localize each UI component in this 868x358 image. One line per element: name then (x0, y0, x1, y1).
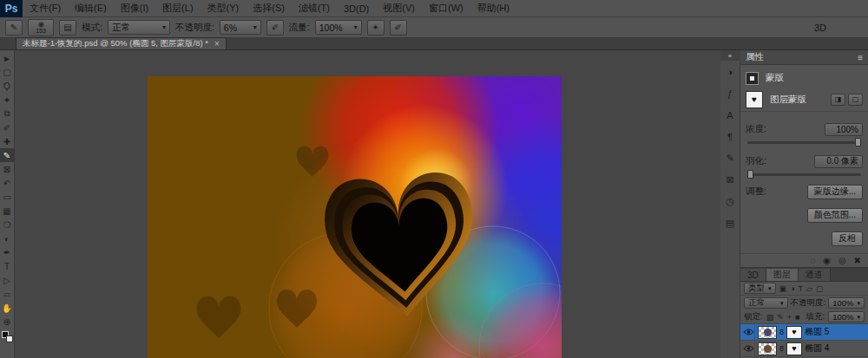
lock-transparency-icon[interactable]: ▨ (766, 313, 774, 322)
healing-brush-tool[interactable]: ✚ (0, 134, 15, 148)
dodge-tool[interactable]: ◐ (0, 231, 15, 245)
flow-select[interactable]: 100% ▾ (315, 20, 362, 35)
tab-3d[interactable]: 3D (740, 269, 766, 281)
add-vector-mask-icon[interactable]: ▢ (848, 94, 863, 106)
add-pixel-mask-icon[interactable]: ◨ (831, 94, 845, 106)
crop-tool[interactable]: ⧉ (0, 107, 15, 120)
layer-row-ellipse-4[interactable]: 8 ♥ 椭圆 4 (740, 341, 868, 357)
background-color-swatch[interactable] (6, 335, 13, 342)
lock-pixels-icon[interactable]: ✎ (777, 313, 784, 322)
brush-preset-picker[interactable]: 153 (28, 19, 54, 36)
marquee-tool[interactable]: ▢ (0, 65, 15, 79)
blend-mode-select[interactable]: 正常 ▾ (108, 20, 170, 35)
pressure-opacity-icon[interactable]: ✐ (266, 20, 284, 36)
opacity-select[interactable]: 6% ▾ (220, 20, 261, 35)
brush-tool[interactable]: ✎ (0, 148, 15, 162)
apply-mask-icon[interactable]: ◉ (823, 256, 831, 265)
menu-view[interactable]: 视图(V) (376, 2, 422, 15)
layer-mask-thumbnail[interactable]: ♥ (786, 326, 802, 339)
disable-mask-icon[interactable]: ◎ (838, 256, 846, 265)
density-slider[interactable] (747, 141, 861, 144)
close-icon[interactable]: × (214, 39, 220, 49)
filter-smart-objects-icon[interactable]: ▢ (816, 284, 824, 293)
lock-position-icon[interactable]: + (787, 313, 792, 322)
layer-name[interactable]: 椭圆 4 (805, 342, 829, 355)
character-panel-icon[interactable]: A (720, 104, 740, 126)
eraser-tool[interactable]: ▭ (0, 190, 15, 204)
airbrush-icon[interactable]: ✴ (367, 20, 385, 36)
pen-tool[interactable]: ✒ (0, 245, 15, 259)
brush-panel-icon[interactable]: ✎ (720, 147, 740, 169)
type-tool[interactable]: T (0, 259, 15, 273)
pressure-size-icon[interactable]: ✐ (390, 20, 407, 36)
panel-menu-icon[interactable]: ≡ (858, 53, 863, 62)
layer-filter-value: 类型 (748, 283, 765, 294)
hand-tool[interactable]: ✋ (0, 301, 15, 315)
adjustments-panel-icon[interactable]: ◑ (720, 61, 740, 82)
menu-select[interactable]: 选择(S) (246, 2, 292, 15)
layer-name[interactable]: 椭圆 5 (805, 326, 829, 338)
menu-type[interactable]: 类型(Y) (201, 2, 247, 15)
lock-all-icon[interactable]: ■ (795, 313, 799, 322)
quick-selection-tool[interactable]: ✦ (0, 93, 15, 107)
lasso-tool[interactable]: Ϙ (0, 79, 15, 93)
gradient-tool[interactable]: ▦ (0, 204, 15, 218)
menu-edit[interactable]: 编辑(E) (68, 2, 114, 15)
menu-help[interactable]: 帮助(H) (470, 2, 516, 15)
eyedropper-tool[interactable]: ✐ (0, 120, 15, 134)
layer-visibility-toggle[interactable] (742, 324, 755, 341)
fill-field[interactable]: 100% ▾ (828, 311, 865, 322)
history-panel-icon[interactable]: ◷ (720, 191, 740, 212)
history-brush-tool[interactable]: ↶ (0, 176, 15, 190)
document-tab[interactable]: 未标题-1-恢复的.psd @ 50% (椭圆 5, 图层蒙版/8) * × (16, 37, 227, 49)
layer-thumbnail[interactable] (758, 326, 777, 339)
clone-stamp-tool[interactable]: ⊠ (0, 162, 15, 176)
invert-button[interactable]: 反相 (832, 231, 863, 246)
menu-window[interactable]: 窗口(W) (422, 2, 470, 15)
tab-channels[interactable]: 通道 (799, 269, 831, 281)
filter-adjustment-layers-icon[interactable]: ◑ (790, 284, 794, 293)
color-swatches[interactable] (2, 331, 13, 342)
toggle-brush-panel-icon[interactable]: ▤ (59, 20, 76, 36)
layer-mask-thumbnail[interactable]: ♥ (746, 91, 763, 108)
delete-mask-icon[interactable]: ✖ (854, 256, 861, 265)
filter-shape-layers-icon[interactable]: ▱ (806, 284, 812, 293)
canvas-area[interactable] (15, 50, 720, 358)
menu-file[interactable]: 文件(F) (23, 2, 68, 15)
expand-panels-icon[interactable]: « (720, 50, 740, 61)
feather-slider-handle[interactable] (747, 170, 753, 179)
tab-layers[interactable]: 图层 (766, 269, 799, 281)
menu-3d[interactable]: 3D(D) (337, 3, 376, 14)
workspace-switcher[interactable]: 3D (814, 23, 826, 33)
move-tool[interactable]: ► (0, 51, 15, 65)
menu-image[interactable]: 图像(I) (114, 2, 155, 15)
feather-slider[interactable] (747, 173, 861, 176)
layer-blend-mode-select[interactable]: 正常 ▾ (744, 297, 788, 309)
density-value-field[interactable]: 100% (825, 123, 863, 136)
tool-preset-picker[interactable]: ✎ (5, 20, 23, 36)
layer-visibility-toggle[interactable] (742, 341, 755, 357)
layer-thumbnail[interactable] (758, 342, 777, 355)
load-selection-from-mask-icon[interactable]: ◌ (810, 256, 815, 265)
clone-source-panel-icon[interactable]: ⊠ (720, 169, 740, 191)
mask-edge-button[interactable]: 蒙版边缘... (807, 185, 863, 199)
zoom-tool[interactable]: ⊕ (0, 315, 15, 329)
info-panel-icon[interactable]: ▤ (720, 212, 740, 234)
layer-row-ellipse-5[interactable]: 8 ♥ 椭圆 5 (740, 324, 868, 341)
path-selection-tool[interactable]: ▷ (0, 273, 15, 287)
document-canvas[interactable] (148, 76, 562, 358)
color-range-button[interactable]: 颜色范围... (807, 208, 863, 223)
styles-panel-icon[interactable]: ƒ (720, 82, 740, 104)
menu-filter[interactable]: 滤镜(T) (292, 2, 337, 15)
filter-type-layers-icon[interactable]: T (798, 284, 803, 293)
feather-value-field[interactable]: 0.0 像素 (814, 155, 863, 168)
layer-filter-select[interactable]: 类型 ▾ (744, 283, 776, 294)
blur-tool[interactable]: ❍ (0, 218, 15, 231)
paragraph-panel-icon[interactable]: ¶ (720, 126, 740, 147)
shape-tool[interactable]: ▱ (0, 287, 15, 301)
menu-layer[interactable]: 图层(L) (155, 2, 200, 15)
density-slider-handle[interactable] (855, 138, 861, 146)
filter-pixel-layers-icon[interactable]: ▣ (779, 284, 787, 293)
layer-opacity-field[interactable]: 100% ▾ (828, 297, 865, 309)
layer-mask-thumbnail[interactable]: ♥ (786, 342, 802, 355)
